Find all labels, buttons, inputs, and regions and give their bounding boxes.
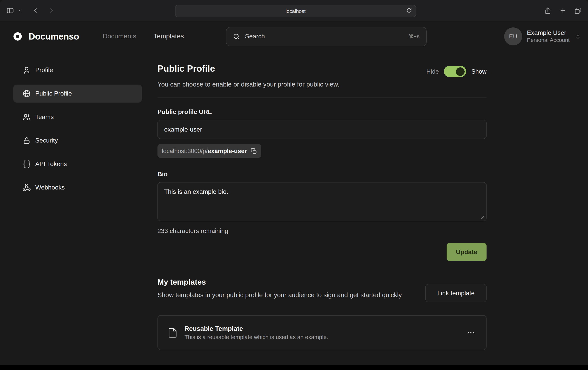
brand[interactable]: Documenso	[12, 31, 79, 42]
address-bar-url: localhost	[286, 8, 306, 14]
app-header: Documenso Documents Templates Search ⌘+K…	[0, 21, 588, 52]
chevrons-up-down-icon	[575, 33, 581, 39]
show-label: Show	[471, 68, 486, 75]
hide-label: Hide	[426, 68, 439, 75]
browser-window: localhost	[0, 0, 588, 370]
toggle-knob	[456, 67, 465, 76]
sidebar-item-public-profile[interactable]: Public Profile	[13, 85, 142, 103]
sidebar-item-label: Webhooks	[35, 184, 65, 191]
brand-name: Documenso	[29, 31, 79, 42]
lock-icon	[22, 136, 31, 145]
bio-textarea[interactable]: This is an example bio.	[158, 182, 486, 221]
sidebar-item-security[interactable]: Security	[13, 132, 142, 150]
documenso-logo-icon	[12, 31, 23, 42]
url-preview-slug: example-user	[208, 147, 247, 154]
user-icon	[22, 65, 31, 75]
braces-icon	[22, 159, 31, 169]
share-icon[interactable]	[544, 7, 552, 14]
search-icon	[233, 33, 240, 40]
avatar-initials: EU	[509, 33, 517, 40]
template-list-item: Reusable Template This is a reusable tem…	[158, 315, 486, 350]
sidebar-item-webhooks[interactable]: Webhooks	[13, 179, 142, 196]
link-template-button[interactable]: Link template	[425, 284, 486, 302]
content: Profile Public Profile Teams Security	[0, 52, 588, 366]
url-field-label: Public profile URL	[158, 108, 486, 115]
sidebar-item-label: Security	[35, 137, 58, 144]
avatar: EU	[504, 27, 522, 45]
search-placeholder: Search	[245, 33, 403, 40]
sidebar-item-label: Public Profile	[35, 90, 72, 97]
copy-icon[interactable]	[251, 148, 257, 154]
file-icon	[167, 327, 178, 339]
ellipsis-menu-icon[interactable]	[465, 327, 477, 339]
template-description: This is a reusable template which is use…	[185, 334, 328, 340]
characters-remaining: 233 characters remaining	[158, 227, 486, 235]
settings-sidebar: Profile Public Profile Teams Security	[13, 61, 142, 196]
visibility-control: Hide Show	[426, 66, 486, 77]
webhook-icon	[22, 183, 31, 192]
public-profile-panel: Public Profile Hide Show You can choose …	[158, 61, 486, 366]
sidebar-item-label: API Tokens	[35, 161, 67, 168]
chevron-down-icon[interactable]	[17, 8, 23, 13]
sidebar-toggle-icon[interactable]	[5, 6, 15, 15]
divider	[158, 97, 486, 97]
url-preview-prefix: localhost:3000/p/	[162, 147, 208, 154]
page-title: Public Profile	[158, 63, 215, 74]
globe-icon	[22, 89, 31, 98]
profile-visibility-toggle[interactable]	[444, 66, 466, 77]
url-preview-chip[interactable]: localhost:3000/p/example-user	[158, 144, 261, 158]
page-subtitle: You can choose to enable or disable your…	[158, 81, 486, 88]
top-nav: Documents Templates	[103, 32, 184, 40]
my-templates-title: My templates	[158, 278, 402, 287]
reload-icon[interactable]	[406, 7, 412, 13]
search-input[interactable]: Search ⌘+K	[226, 27, 427, 46]
nav-documents[interactable]: Documents	[103, 32, 136, 40]
back-button[interactable]	[31, 6, 40, 15]
sidebar-item-profile[interactable]: Profile	[13, 61, 142, 79]
browser-toolbar: localhost	[0, 0, 588, 21]
new-tab-icon[interactable]	[559, 7, 567, 14]
public-profile-url-input[interactable]	[158, 120, 486, 139]
user-menu[interactable]: EU Example User Personal Account	[504, 27, 581, 45]
forward-button[interactable]	[47, 6, 56, 15]
window-bottom-strip	[0, 365, 588, 370]
resize-grip-icon[interactable]	[481, 215, 484, 219]
tab-overview-icon[interactable]	[574, 7, 582, 14]
sidebar-item-label: Profile	[35, 67, 53, 74]
user-name: Example User	[527, 29, 570, 37]
search-shortcut: ⌘+K	[408, 33, 420, 40]
template-name: Reusable Template	[185, 325, 328, 332]
nav-templates[interactable]: Templates	[154, 32, 184, 40]
sidebar-item-label: Teams	[35, 113, 54, 121]
address-bar[interactable]: localhost	[175, 5, 416, 17]
bio-label: Bio	[158, 171, 486, 178]
sidebar-item-teams[interactable]: Teams	[13, 108, 142, 126]
sidebar-item-api-tokens[interactable]: API Tokens	[13, 155, 142, 173]
user-account-type: Personal Account	[527, 37, 570, 44]
update-button[interactable]: Update	[447, 243, 486, 261]
my-templates-description: Show templates in your public profile fo…	[158, 290, 402, 300]
users-icon	[22, 112, 31, 122]
